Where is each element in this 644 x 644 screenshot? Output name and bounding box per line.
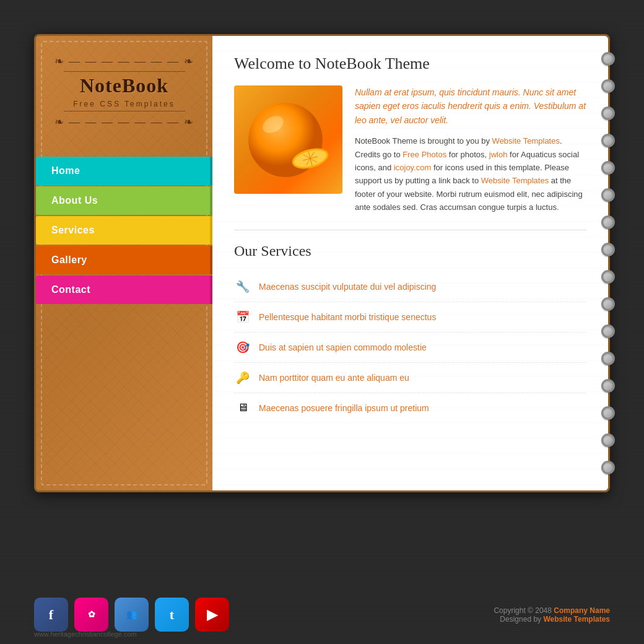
list-item: 📅 Pellentesque habitant morbi tristique … bbox=[234, 302, 586, 333]
ornament-bottom: ❧ — — — — — — — ❧ bbox=[48, 115, 200, 129]
youtube-icon[interactable]: ▶ bbox=[195, 598, 229, 632]
ornament-top: ❧ — — — — — — — ❧ bbox=[48, 54, 200, 68]
footer: f ✿ 👥 t ▶ Copyright © 2048 Company Name … bbox=[34, 598, 610, 632]
list-item: 🔧 Maecenas suscipit vulputate dui vel ad… bbox=[234, 272, 586, 302]
link-website-templates[interactable]: Website Templates bbox=[492, 136, 560, 146]
myspace-icon[interactable]: 👥 bbox=[115, 598, 149, 632]
site-subtitle: Free CSS Templates bbox=[48, 100, 200, 108]
spiral-binding bbox=[599, 36, 617, 490]
sidebar: ❧ — — — — — — — ❧ NoteBook Free CSS Temp… bbox=[36, 36, 212, 490]
nav-item-home[interactable]: Home bbox=[36, 157, 212, 185]
page-title: Welcome to NoteBook Theme bbox=[234, 54, 586, 73]
lifesaver-icon: 🎯 bbox=[234, 339, 251, 356]
site-title: NoteBook bbox=[48, 74, 200, 97]
notebook-container: ❧ — — — — — — — ❧ NoteBook Free CSS Temp… bbox=[34, 34, 610, 492]
nav-item-contact[interactable]: Contact bbox=[36, 276, 212, 304]
footer-text: Copyright © 2048 Company Name Designed b… bbox=[494, 606, 610, 624]
service-link-4[interactable]: Nam porttitor quam eu ante aliquam eu bbox=[259, 373, 409, 383]
service-link-1[interactable]: Maecenas suscipit vulputate dui vel adip… bbox=[259, 282, 436, 292]
body-text: NoteBook Theme is brought to you by Webs… bbox=[355, 134, 586, 214]
list-item: 🔑 Nam porttitor quam eu ante aliquam eu bbox=[234, 363, 586, 393]
copyright-text: Copyright © 2048 bbox=[494, 606, 554, 615]
company-name-link[interactable]: Company Name bbox=[554, 606, 610, 615]
designed-by-text: Designed by bbox=[500, 615, 543, 624]
list-item: 🎯 Duis at sapien ut sapien commodo moles… bbox=[234, 333, 586, 363]
intro-text: Nullam at erat ipsum, quis tincidunt mau… bbox=[355, 85, 586, 214]
services-list: 🔧 Maecenas suscipit vulputate dui vel ad… bbox=[234, 272, 586, 423]
wrench-icon: 🔧 bbox=[234, 278, 251, 295]
logo-area: ❧ — — — — — — — ❧ NoteBook Free CSS Temp… bbox=[36, 36, 212, 144]
twitter-icon[interactable]: t bbox=[155, 598, 189, 632]
flickr-icon[interactable]: ✿ bbox=[74, 598, 108, 632]
link-icojoy[interactable]: icojoy.com bbox=[394, 163, 431, 172]
nav-item-gallery[interactable]: Gallery bbox=[36, 246, 212, 274]
link-website-templates-2[interactable]: Website Templates bbox=[481, 176, 549, 185]
services-title: Our Services bbox=[234, 243, 586, 259]
divider bbox=[234, 230, 586, 230]
italic-intro: Nullam at erat ipsum, quis tincidunt mau… bbox=[355, 85, 586, 127]
monitor-icon: 🖥 bbox=[234, 399, 251, 417]
key-icon: 🔑 bbox=[234, 369, 251, 386]
service-link-2[interactable]: Pellentesque habitant morbi tristique se… bbox=[259, 312, 436, 322]
nav-item-services[interactable]: Services bbox=[36, 216, 212, 245]
intro-section: Nullam at erat ipsum, quis tincidunt mau… bbox=[234, 85, 586, 214]
orange-image bbox=[234, 85, 342, 194]
nav-menu: Home About Us Services Gallery Contact bbox=[36, 157, 212, 304]
watermark: www.heritagechristiancollege.com bbox=[34, 630, 137, 638]
service-link-5[interactable]: Maecenas posuere fringilla ipsum ut pret… bbox=[259, 403, 429, 413]
calendar-icon: 📅 bbox=[234, 308, 251, 326]
facebook-icon[interactable]: f bbox=[34, 598, 68, 632]
link-jwloh[interactable]: jwloh bbox=[489, 150, 508, 159]
service-link-3[interactable]: Duis at sapien ut sapien commodo molesti… bbox=[259, 342, 427, 352]
designer-link[interactable]: Website Templates bbox=[543, 615, 610, 624]
link-free-photos[interactable]: Free Photos bbox=[402, 150, 446, 159]
social-icons: f ✿ 👥 t ▶ bbox=[34, 598, 229, 632]
nav-item-about[interactable]: About Us bbox=[36, 186, 212, 215]
main-content: Welcome to NoteBook Theme bbox=[212, 36, 608, 490]
list-item: 🖥 Maecenas posuere fringilla ipsum ut pr… bbox=[234, 393, 586, 423]
